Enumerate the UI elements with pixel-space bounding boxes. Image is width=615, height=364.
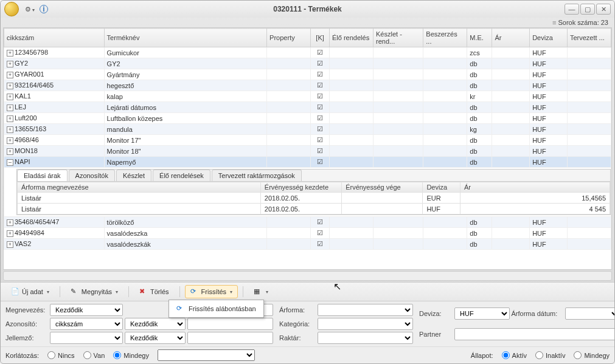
table-row[interactable]: +49494984vasalódeszka☑dbHUF	[4, 228, 611, 239]
open-button[interactable]: ✎ Megnyitás ▾	[65, 285, 123, 298]
filter-panel: Megnevezés: Kezdődik Azonosító: cikkszám…	[1, 301, 614, 346]
partner-input[interactable]	[454, 328, 615, 340]
table-row[interactable]: +GY2GY2☑dbHUF	[4, 58, 611, 69]
kategoria-select[interactable]	[318, 318, 413, 330]
detail-column-header[interactable]: Érvényesség vége	[342, 182, 423, 193]
tab-élő-rendelések[interactable]: Élő rendelések	[153, 170, 210, 181]
open-icon: ✎	[71, 287, 79, 296]
column-header[interactable]: Ár	[492, 29, 530, 47]
table-row[interactable]: +Luft200Luftballon közepes☑dbHUF	[4, 113, 611, 124]
refresh-dropdown: ⟳ Frissítés alábontásban	[169, 300, 264, 318]
expand-icon[interactable]: +	[7, 137, 13, 144]
tab-eladási-árak[interactable]: Eladási árak	[17, 170, 68, 181]
refresh-button[interactable]: ⟳ Frissítés ▾	[185, 285, 238, 298]
chevron-down-icon: ▾	[230, 289, 232, 295]
extra-button[interactable]: ▦ ▾	[248, 285, 274, 298]
column-header[interactable]: Beszerzés ...	[423, 29, 467, 47]
table-row[interactable]: +KAL1kalap☑krHUF	[4, 91, 611, 102]
table-row[interactable]: +MON18Monitor 18"☑dbHUF	[4, 146, 611, 157]
new-icon: 📄	[11, 287, 19, 296]
azonosito-field[interactable]: cikkszám	[50, 318, 123, 330]
expand-icon[interactable]: +	[7, 126, 13, 133]
arforma-select[interactable]	[318, 304, 413, 316]
maximize-button[interactable]: ▢	[580, 4, 595, 15]
refresh-sub-item[interactable]: ⟳ Frissítés alábontásban	[172, 303, 261, 315]
delete-label: Törlés	[150, 288, 169, 295]
arforma-datum-select[interactable]	[565, 307, 616, 320]
expand-icon[interactable]: +	[7, 230, 13, 237]
detail-column-header[interactable]: Ár	[460, 182, 610, 193]
column-header[interactable]: Deviza	[530, 29, 568, 47]
detail-column-header[interactable]: Árforma megnevezése	[18, 182, 261, 193]
products-grid[interactable]: cikkszámTerméknévProperty[K]Élő rendelés…	[3, 27, 612, 270]
close-button[interactable]: ✕	[596, 4, 611, 15]
table-row[interactable]: +LEJLejárati dátumos☑dbHUF	[4, 102, 611, 113]
korlat-nincs[interactable]	[47, 351, 55, 359]
korlat-van[interactable]	[83, 351, 91, 359]
window-title: 0320111 - Termékek	[50, 5, 565, 13]
azonosito-op[interactable]: Kezdődik	[125, 318, 186, 330]
column-header[interactable]: [K]	[311, 29, 330, 47]
column-header[interactable]: M.E.	[467, 29, 492, 47]
expand-icon[interactable]: +	[7, 115, 13, 122]
info-icon[interactable]: i	[40, 5, 48, 13]
table-row[interactable]: +4968/46Monitor 17"☑dbHUF	[4, 135, 611, 146]
allapot-inaktiv[interactable]	[535, 351, 543, 359]
detail-column-header[interactable]: Deviza	[423, 182, 460, 193]
allapot-mindegy[interactable]	[574, 351, 582, 359]
deviza-select[interactable]: HUF	[454, 307, 510, 320]
column-header[interactable]: Tervezett ...	[567, 29, 611, 47]
detail-row[interactable]: Listaár2018.02.05.EUR15,4565	[18, 193, 610, 204]
detail-row[interactable]: Listaár2018.02.05.HUF4 545	[18, 204, 610, 215]
allapot-aktiv[interactable]	[502, 351, 510, 359]
grid-icon: ▦	[254, 287, 262, 296]
expand-icon[interactable]: +	[7, 72, 13, 78]
detail-column-header[interactable]: Érvényesség kezdete	[260, 182, 341, 193]
table-row[interactable]: +13655/163mandula☑kgHUF	[4, 124, 611, 135]
raktar-label: Raktár:	[279, 334, 316, 342]
tab-tervezett-raktármozgások[interactable]: Tervezett raktármozgások	[212, 170, 302, 181]
jellemzo-input[interactable]	[187, 332, 273, 344]
megnevezes-op[interactable]: Kezdődik	[50, 304, 123, 316]
chevron-down-icon: ▾	[47, 289, 49, 295]
table-row[interactable]: +VAS2vasalódeszkák☑dbHUF	[4, 239, 611, 250]
jellemzo-op[interactable]: Kezdődik	[125, 332, 186, 344]
chevron-down-icon: ▾	[266, 289, 268, 295]
jellemzo-field[interactable]	[50, 332, 123, 344]
azonosito-input[interactable]	[187, 318, 273, 330]
expand-icon[interactable]: +	[7, 105, 13, 111]
restrict-row: Korlátozás: Nincs Van Mindegy Állapot: A…	[1, 346, 614, 363]
minimize-button[interactable]: —	[565, 4, 579, 15]
deviza-label: Deviza:	[419, 310, 453, 317]
table-row[interactable]: +123456798Gumicukor☑zcsHUF	[4, 47, 611, 58]
column-header[interactable]: Terméknév	[104, 29, 267, 47]
tab-azonosítók[interactable]: Azonosítók	[69, 170, 115, 181]
expand-icon[interactable]: +	[7, 50, 13, 57]
chevron-down-icon: ▾	[116, 289, 118, 295]
expand-icon[interactable]: +	[7, 241, 13, 248]
table-row[interactable]: +932164/6465hegesztő☑dbHUF	[4, 80, 611, 91]
horizontal-scrollbar[interactable]	[3, 271, 612, 281]
table-row[interactable]: +35468/4654/47törölköző☑dbHUF	[4, 217, 611, 228]
popup-label: Frissítés alábontásban	[189, 305, 256, 312]
new-record-button[interactable]: 📄 Új adat ▾	[5, 285, 55, 298]
column-header[interactable]: Property	[267, 29, 311, 47]
korlat-mindegy[interactable]	[113, 351, 121, 359]
raktar-select[interactable]	[318, 332, 413, 344]
table-row[interactable]: +GYAR001Gyártmány☑dbHUF	[4, 69, 611, 80]
tab-készlet[interactable]: Készlet	[116, 170, 151, 181]
column-header[interactable]: Készlet - rend...	[374, 29, 423, 47]
expand-icon[interactable]: +	[7, 219, 13, 226]
expand-icon[interactable]: –	[7, 159, 13, 166]
table-row[interactable]: –NAPINapernyő☑dbHUF	[4, 157, 611, 168]
korlat-select[interactable]	[158, 349, 255, 361]
korlat-label: Korlátozás:	[5, 352, 39, 359]
delete-button[interactable]: ✖ Törlés	[134, 285, 175, 298]
column-header[interactable]: cikkszám	[4, 29, 105, 47]
expand-icon[interactable]: +	[7, 83, 13, 89]
column-header[interactable]: Élő rendelés	[329, 29, 373, 47]
gear-icon[interactable]: ⚙▾	[25, 5, 35, 13]
expand-icon[interactable]: +	[7, 148, 13, 155]
expand-icon[interactable]: +	[7, 94, 13, 100]
expand-icon[interactable]: +	[7, 61, 13, 67]
